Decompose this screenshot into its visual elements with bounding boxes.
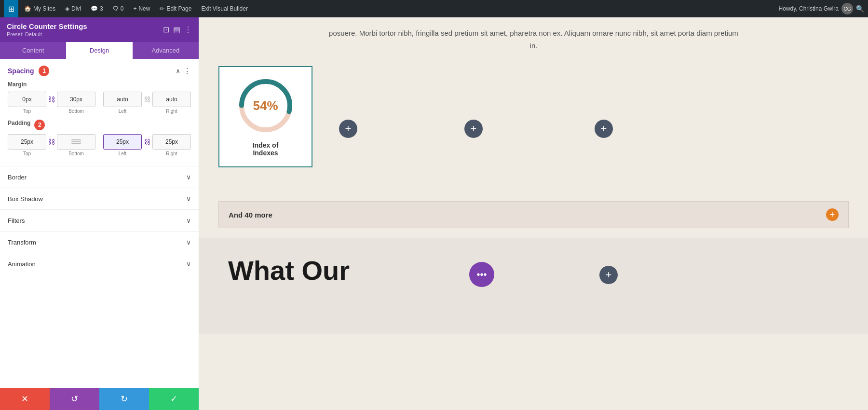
columns-icon[interactable]: ▤ — [173, 25, 180, 34]
new-menu[interactable]: + New — [129, 0, 154, 17]
border-header[interactable]: Border ∨ — [0, 166, 199, 188]
transform-title: Transform — [8, 239, 36, 246]
comment-count: 3 — [100, 5, 103, 12]
padding-bottom-drag[interactable] — [57, 134, 95, 150]
bottom-add-button[interactable]: + — [599, 266, 618, 284]
bubble-icon: 🗨 — [113, 5, 119, 12]
padding-left-input[interactable] — [103, 134, 142, 150]
padding-top-label: Top — [23, 151, 31, 156]
animation-header[interactable]: Animation ∨ — [0, 253, 199, 274]
spacing-badge: 1 — [39, 66, 49, 76]
card-title-line2: Indexes — [253, 149, 278, 157]
margin-left-input[interactable] — [103, 92, 142, 107]
tab-design[interactable]: Design — [66, 42, 132, 59]
save-button[interactable]: ✓ — [149, 388, 199, 410]
divi-icon: ◈ — [65, 5, 69, 12]
margin-left-group: Left — [103, 92, 142, 114]
home-icon: 🏠 — [24, 5, 31, 12]
undo-button[interactable]: ↺ — [50, 388, 99, 410]
avatar[interactable]: CG — [841, 3, 853, 14]
padding-link-icon[interactable]: ⛓ — [48, 134, 55, 146]
margin-right-input[interactable] — [152, 92, 191, 107]
transform-chevron-icon[interactable]: ∨ — [186, 238, 191, 246]
margin-top-input[interactable] — [8, 92, 46, 107]
what-our-heading: What Our — [228, 257, 350, 284]
box-shadow-header[interactable]: Box Shadow ∨ — [0, 188, 199, 209]
box-shadow-title: Box Shadow — [8, 195, 43, 203]
filters-title: Filters — [8, 217, 25, 224]
redo-button[interactable]: ↻ — [99, 388, 149, 410]
margin-bottom-group: Bottom — [57, 92, 95, 114]
transform-header[interactable]: Transform ∨ — [0, 232, 199, 253]
spacing-chevron-icon[interactable]: ∧ — [176, 67, 180, 75]
margin-bottom-input[interactable] — [57, 92, 95, 107]
padding-right-group: Right — [152, 134, 191, 156]
bottom-buttons: ✕ ↺ ↻ ✓ — [0, 388, 199, 410]
user-area: Howdy, Christina Gwira CG 🔍 — [779, 3, 864, 14]
padding-right-input[interactable] — [152, 134, 191, 150]
circle-counter-card: 54% Index of Indexes — [218, 66, 312, 167]
add-column-button-3[interactable]: + — [595, 120, 613, 138]
cancel-button[interactable]: ✕ — [0, 388, 50, 410]
spacing-section-header[interactable]: Spacing 1 ∧ ⋮ — [0, 59, 199, 81]
panel-title: Circle Counter Settings — [7, 22, 87, 30]
bubble-count: 0 — [121, 5, 124, 12]
padding-top-input[interactable] — [8, 134, 46, 150]
comments-menu[interactable]: 💬 3 — [87, 0, 107, 17]
my-sites-menu[interactable]: 🏠 My Sites — [20, 0, 59, 17]
filters-chevron-icon[interactable]: ∨ — [186, 217, 191, 224]
cards-row: 54% Index of Indexes + + + — [218, 66, 849, 191]
padding-left-label: Left — [119, 151, 127, 156]
box-shadow-chevron-icon[interactable]: ∨ — [186, 195, 191, 203]
comment-icon: 💬 — [91, 5, 98, 12]
edit-page-button[interactable]: ✏ Edit Page — [156, 0, 195, 17]
intro-paragraph: posuere. Morbi tortor nibh, fringilla se… — [329, 27, 739, 52]
margin-link-icon[interactable]: ⛓ — [48, 92, 55, 103]
padding-label-row: Padding 2 — [8, 120, 191, 130]
padding-lr-link-icon[interactable]: ⛓ — [144, 134, 150, 146]
box-shadow-section: Box Shadow ∨ — [0, 188, 199, 209]
exit-builder-button[interactable]: Exit Visual Builder — [197, 0, 252, 17]
padding-top-group: Top — [8, 134, 46, 156]
card-title-line1: Index of — [253, 141, 279, 149]
margin-top-group: Top — [8, 92, 46, 114]
filters-header[interactable]: Filters ∨ — [0, 210, 199, 231]
search-icon[interactable]: 🔍 — [856, 5, 864, 13]
circle-percentage: 54% — [253, 98, 278, 113]
purple-dots-button[interactable]: ••• — [469, 262, 494, 287]
panel-header-icons: ⊡ ▤ ⋮ — [163, 25, 192, 34]
spacing-title: Spacing — [8, 67, 34, 75]
border-chevron-icon[interactable]: ∨ — [186, 173, 191, 181]
edit-icon: ✏ — [160, 5, 164, 12]
comment-bubble-menu[interactable]: 🗨 0 — [109, 0, 128, 17]
divi-menu[interactable]: ◈ Divi — [61, 0, 85, 17]
panel-header: Circle Counter Settings Preset: Default … — [0, 17, 199, 42]
padding-badge: 2 — [34, 120, 45, 130]
border-section: Border ∨ — [0, 166, 199, 188]
main-layout: Circle Counter Settings Preset: Default … — [0, 17, 868, 410]
more-text: And 40 more — [229, 211, 272, 219]
resize-icon[interactable]: ⊡ — [163, 25, 169, 34]
border-title: Border — [8, 174, 27, 181]
padding-right-label: Right — [166, 151, 177, 156]
margin-bottom-label: Bottom — [68, 109, 84, 114]
more-bar-add-button[interactable]: + — [826, 208, 839, 221]
add-column-button-1[interactable]: + — [339, 120, 357, 138]
spacing-content: Margin Top ⛓ Bottom — [0, 81, 199, 166]
spacing-options-icon[interactable]: ⋮ — [183, 67, 191, 76]
howdy-label: Howdy, Christina Gwira — [779, 5, 839, 12]
margin-lr-link-icon[interactable]: ⛓ — [144, 92, 150, 103]
tab-advanced[interactable]: Advanced — [133, 42, 199, 59]
my-sites-label: My Sites — [33, 5, 55, 12]
padding-label: Padding — [8, 120, 30, 126]
wordpress-icon[interactable]: ⊞ — [4, 0, 18, 17]
exit-label: Exit Visual Builder — [201, 5, 248, 12]
panel-preset[interactable]: Preset: Default — [7, 31, 87, 37]
animation-chevron-icon[interactable]: ∨ — [186, 260, 191, 268]
page-preview: posuere. Morbi tortor nibh, fringilla se… — [199, 17, 868, 410]
overflow-menu-icon[interactable]: ⋮ — [184, 25, 192, 34]
spacing-section: Spacing 1 ∧ ⋮ Margin Top — [0, 59, 199, 166]
top-bar: ⊞ 🏠 My Sites ◈ Divi 💬 3 🗨 0 + New ✏ Edit… — [0, 0, 868, 17]
add-column-button-2[interactable]: + — [464, 120, 483, 138]
tab-content[interactable]: Content — [0, 42, 66, 59]
